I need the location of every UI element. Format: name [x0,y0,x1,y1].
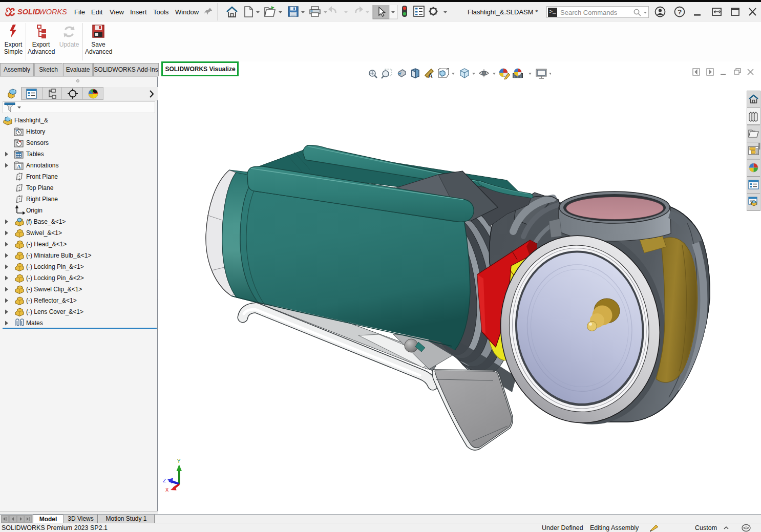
svg-text:SOLID: SOLID [17,8,40,16]
svg-text:A: A [17,163,21,169]
svg-text:WORKS: WORKS [39,8,67,16]
svg-text:A: A [428,72,433,79]
svg-text:X: X [165,487,169,493]
svg-text:Y: Y [177,458,181,464]
svg-text:?: ? [678,8,682,16]
svg-text:Z: Z [163,478,166,484]
